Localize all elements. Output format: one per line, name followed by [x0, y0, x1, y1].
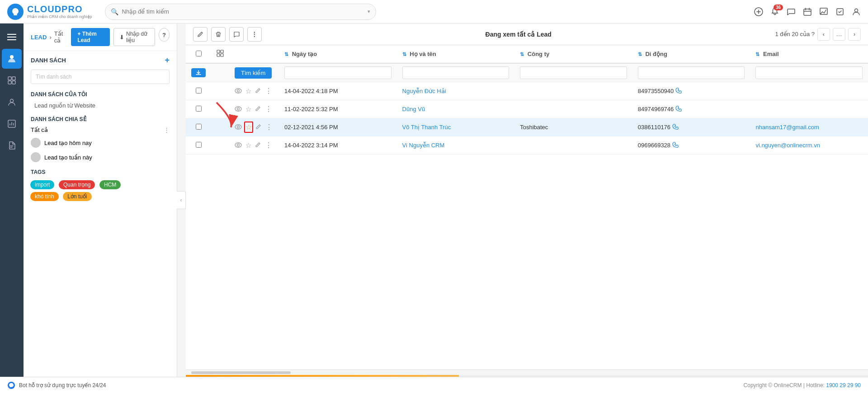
breadcrumb-parent[interactable]: LEAD — [31, 34, 47, 41]
search-button[interactable]: Tìm kiếm — [235, 67, 272, 79]
tags-area: import Quan trọng HCM khó tính Lớn tuổi — [24, 177, 177, 208]
toolbar-title: Đang xem tất cả Lead — [265, 31, 771, 38]
calendar-button[interactable] — [803, 7, 812, 16]
pagination: 1 đến 20 của ? ‹ … › — [775, 28, 861, 41]
sidebar-item-lead-website[interactable]: Lead nguồn từ Website — [24, 99, 177, 112]
row1-eye-icon[interactable] — [235, 87, 242, 95]
filter-cong-ty-input[interactable] — [520, 66, 627, 79]
sidebar-item-lead-tuan-nay[interactable]: Lead tạo tuần này — [24, 150, 177, 164]
svg-rect-9 — [8, 81, 11, 84]
logo-icon — [7, 4, 24, 20]
next-page-button[interactable]: › — [848, 28, 861, 41]
row2-name-link[interactable]: Dũng Vũ — [402, 106, 425, 112]
select-all-checkbox[interactable] — [196, 51, 202, 56]
nav-menu-icon[interactable] — [2, 27, 22, 47]
delete-toolbar-button[interactable] — [211, 27, 226, 42]
row4-checkbox[interactable] — [196, 142, 202, 148]
row1-name-link[interactable]: Nguyễn Đức Hải — [402, 88, 446, 94]
row4-more-icon[interactable]: ⋮ — [265, 141, 272, 150]
hotline-link[interactable]: 1900 29 29 90 — [826, 382, 861, 388]
tasks-button[interactable] — [835, 7, 844, 16]
row3-email-link[interactable]: nhansam17@gmail.com — [755, 124, 819, 131]
row3-name-link[interactable]: Võ Thị Thanh Trúc — [402, 124, 451, 131]
notification-button[interactable]: 36 — [770, 7, 779, 16]
row2-phone-icon[interactable] — [675, 105, 682, 113]
user-profile-button[interactable] — [852, 7, 861, 16]
row4-name-link[interactable]: Vi Nguyễn CRM — [402, 142, 445, 149]
th-actions — [229, 45, 279, 63]
filter-ho-ten-input[interactable] — [402, 66, 509, 79]
filter-email-input[interactable] — [755, 66, 863, 79]
row4-eye-icon[interactable] — [235, 141, 242, 149]
prev-page-button[interactable]: ‹ — [817, 28, 830, 41]
nav-leads-icon[interactable] — [2, 49, 22, 69]
row3-email: nhansam17@gmail.com — [750, 118, 868, 136]
row2-eye-icon[interactable] — [235, 105, 242, 113]
import-button[interactable]: ⬇ Nhập dữ liệu — [113, 28, 155, 46]
tag-import[interactable]: import — [30, 180, 54, 189]
row1-edit-icon[interactable] — [255, 87, 261, 95]
row1-cong-ty — [514, 82, 632, 100]
row1-star-icon[interactable]: ☆ — [245, 87, 251, 95]
table-row-highlighted: ☆ — [186, 118, 868, 136]
add-lead-button[interactable]: + Thêm Lead — [71, 28, 110, 46]
row3-phone-icon[interactable] — [672, 123, 679, 131]
horizontal-scrollbar[interactable] — [191, 371, 291, 374]
row2-more-icon[interactable]: ⋮ — [265, 105, 272, 113]
tag-lon-tuoi[interactable]: Lớn tuổi — [63, 192, 91, 201]
nav-reports-icon[interactable] — [2, 114, 22, 134]
row1-checkbox[interactable] — [196, 88, 202, 94]
help-button[interactable]: ? — [159, 28, 170, 42]
sidebar-item-tat-ca[interactable]: Tất cả ⋮ — [24, 124, 177, 136]
filter-upload-button[interactable] — [191, 68, 206, 77]
row3-eye-icon[interactable] — [235, 123, 242, 131]
th-ngay-tao[interactable]: ⇅ Ngày tạo — [279, 45, 397, 63]
th-cong-ty[interactable]: ⇅ Công ty — [514, 45, 632, 63]
sidebar-collapse-button[interactable]: ‹ — [177, 191, 186, 209]
nav-grid-icon[interactable] — [2, 70, 22, 90]
th-di-dong[interactable]: ⇅ Di động — [632, 45, 750, 63]
row2-star-icon[interactable]: ☆ — [245, 105, 251, 113]
row4-star-icon[interactable]: ☆ — [245, 141, 251, 150]
add-list-button[interactable]: + — [165, 56, 170, 65]
search-list-input[interactable] — [31, 70, 170, 84]
row1-phone-icon[interactable] — [675, 87, 682, 95]
row3-checkbox[interactable] — [196, 124, 202, 130]
nav-docs-icon[interactable] — [2, 136, 22, 155]
sidebar-item-lead-hom-nay[interactable]: Lead tạo hôm nay — [24, 136, 177, 150]
th-ho-va-ten[interactable]: ⇅ Họ và tên — [397, 45, 515, 63]
nav-contacts-icon[interactable] — [2, 92, 22, 112]
tag-hcm[interactable]: HCM — [99, 180, 121, 189]
row1-email — [750, 82, 868, 100]
row1-more-icon[interactable]: ⋮ — [265, 87, 272, 95]
edit-toolbar-button[interactable] — [193, 27, 208, 42]
row2-edit-icon[interactable] — [255, 105, 261, 113]
row2-checkbox[interactable] — [196, 106, 202, 112]
chart-button[interactable] — [819, 7, 828, 16]
search-bar[interactable]: 🔍 ▾ — [105, 4, 376, 20]
row4-edit-icon[interactable] — [255, 141, 261, 149]
row3-more-icon[interactable]: ⋮ — [265, 123, 273, 131]
svg-point-24 — [235, 143, 241, 147]
more-toolbar-button[interactable]: ⋮ — [247, 27, 262, 42]
row4-email-link[interactable]: vi.nguyen@onlinecrm.vn — [755, 142, 820, 149]
tag-kho-tinh[interactable]: khó tính — [30, 192, 59, 201]
svg-point-17 — [235, 89, 241, 93]
add-button[interactable] — [754, 7, 763, 16]
search-input[interactable] — [122, 8, 364, 15]
th-email[interactable]: ⇅ Email — [750, 45, 868, 63]
chat-button[interactable] — [787, 7, 796, 16]
filter-di-dong-input[interactable] — [638, 66, 745, 79]
row4-phone-icon[interactable] — [672, 141, 679, 149]
th-column-toggle[interactable] — [211, 45, 229, 63]
row4-phone: 0969669328 — [638, 141, 745, 149]
more-pages-button[interactable]: … — [833, 28, 845, 41]
tag-quan-trong[interactable]: Quan trọng — [59, 180, 95, 189]
row3-star-icon[interactable]: ☆ — [245, 123, 252, 131]
row3-edit-icon[interactable] — [255, 123, 262, 131]
sort-icon-email: ⇅ — [755, 51, 760, 57]
chat-support[interactable]: Bot hỗ trợ sử dụng trực tuyến 24/24 — [7, 381, 106, 389]
filter-ngay-tao-input[interactable] — [284, 66, 392, 79]
dots-icon[interactable]: ⋮ — [164, 126, 170, 133]
comment-toolbar-button[interactable] — [229, 27, 244, 42]
